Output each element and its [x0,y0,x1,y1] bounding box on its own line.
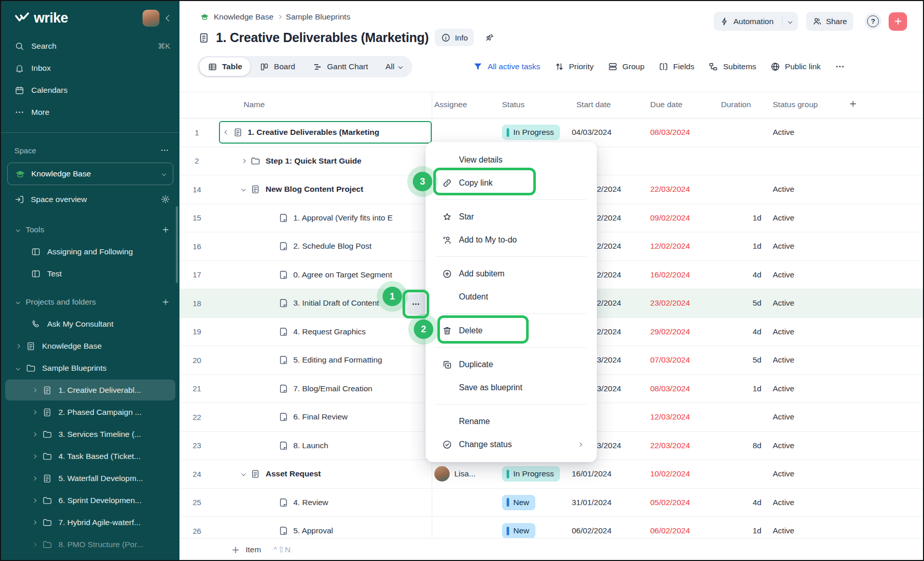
sidebar-item-3-services-timeline[interactable]: 3. Services Timeline (... [1,423,179,445]
due-date-cell[interactable]: 07/03/2024 [650,346,690,374]
sidebar-item-assigning-and-following[interactable]: Assigning and Following [1,241,179,263]
start-date-cell-partial[interactable]: 2/2024 [597,175,621,204]
menu-item-delete[interactable]: Delete [426,319,597,342]
column-header-status[interactable]: Status [502,100,525,109]
toolbar-subitems[interactable]: Subitems [708,62,756,72]
column-header-due-date[interactable]: Due date [650,100,682,109]
task-name-cell[interactable]: 8. Launch [212,432,432,460]
column-header-assignee[interactable]: Assignee [434,100,467,109]
chevron-down-icon[interactable] [242,187,246,191]
status-group-cell[interactable]: Active [773,175,794,204]
sidebar-item-sample-blueprints[interactable]: Sample Blueprints [1,357,179,379]
menu-item-save-as-blueprint[interactable]: Save as blueprint [426,376,597,399]
task-name-cell[interactable]: 1. Creative Deliverables (Marketing [212,118,432,147]
sidebar-item-4-task-based-ticket[interactable]: 4. Task Based (Ticket... [1,445,179,467]
row-actions-button[interactable] [407,294,425,314]
sidebar-item-knowledge-base[interactable]: Knowledge Base [1,335,179,357]
due-date-cell[interactable]: 16/02/2024 [650,261,690,289]
sidebar-item-1-creative-deliverabl[interactable]: 1. Creative Deliverabl... [1,379,179,401]
menu-item-star[interactable]: Star [426,205,597,228]
status-group-cell[interactable]: Active [773,261,794,289]
help-button[interactable]: ? [865,13,881,30]
column-header-start-date[interactable]: Start date [576,100,611,109]
task-name-cell[interactable]: Asset Request [212,460,432,488]
chevron-down-icon[interactable] [242,472,246,476]
menu-item-outdent[interactable]: Outdent [426,285,597,308]
duration-cell[interactable]: 4d [729,261,761,289]
sidebar-item-search[interactable]: Search⌘K [1,35,179,57]
space-more-icon[interactable] [160,146,169,155]
due-date-cell[interactable]: 12/02/2024 [650,232,690,261]
sidebar-section-tools[interactable]: Tools [1,218,179,241]
toolbar-public-link[interactable]: Public link [770,62,821,72]
plus-icon[interactable] [161,225,170,234]
toolbar-priority[interactable]: Priority [554,62,594,72]
status-group-cell[interactable]: Active [773,432,794,460]
table-row-25[interactable]: 254. ReviewNew31/01/202405/02/20244dActi… [179,489,923,517]
sidebar-item-space-overview[interactable]: Space overview [1,188,179,210]
automation-button[interactable]: Automation [714,12,797,31]
breadcrumb-knowledge-base[interactable]: Knowledge Base [214,12,273,22]
sidebar-collapse-button[interactable] [167,16,171,21]
menu-item-add-subitem[interactable]: Add subitem [426,262,597,285]
plus-icon[interactable] [231,545,240,555]
due-date-cell[interactable]: 08/03/2024 [650,118,690,147]
sidebar-item-calendars[interactable]: Calendars [1,79,179,101]
status-group-cell[interactable]: Active [773,489,794,517]
task-name-cell[interactable]: 0. Agree on Target Segment [212,261,432,289]
menu-item-rename[interactable]: Rename [426,410,597,433]
start-date-cell-partial[interactable]: 2/2024 [597,204,621,232]
breadcrumb-sample-blueprints[interactable]: Sample Blueprints [286,12,350,22]
due-date-cell[interactable]: 22/03/2024 [650,432,690,460]
due-date-cell[interactable]: 12/03/2024 [650,403,690,431]
chevron-right-icon[interactable] [242,159,246,163]
task-name-cell[interactable]: 6. Final Review [212,403,432,431]
toolbar-more-button[interactable] [835,62,845,72]
sidebar-item-ask-my-consultant[interactable]: Ask My Consultant [1,313,179,335]
start-date-cell-partial[interactable]: 2/2024 [597,289,621,317]
info-button[interactable]: Info [435,29,474,46]
user-avatar[interactable] [143,10,159,27]
start-date-cell[interactable]: 16/01/2024 [572,460,628,488]
status-group-cell[interactable]: Active [773,375,794,403]
start-date-cell-partial[interactable]: 3/2024 [597,346,621,374]
status-group-cell[interactable]: Active [773,460,794,488]
toolbar-fields[interactable]: Fields [658,62,694,72]
column-header-status-group[interactable]: Status group [773,100,818,109]
start-date-cell-partial[interactable]: 2/2024 [597,318,621,346]
sidebar-item-6-sprint-developmen[interactable]: 6. Sprint Developmen... [1,489,179,511]
sidebar-scrollbar[interactable] [176,206,178,283]
menu-item-view-details[interactable]: View details [426,148,597,171]
add-column-button[interactable] [848,99,858,109]
selected-cell[interactable]: 1. Creative Deliverables (Marketing [219,121,432,144]
start-date-cell-partial[interactable]: 3/2024 [597,432,621,460]
duration-cell[interactable]: 8d [729,432,761,460]
toolbar-all-active-tasks[interactable]: All active tasks [473,62,540,72]
start-date-cell-partial[interactable]: 3/2024 [597,375,621,403]
due-date-cell[interactable]: 29/02/2024 [650,318,690,346]
start-date-cell-partial[interactable]: 2/2024 [597,232,621,261]
status-cell[interactable]: New [502,489,535,517]
chevron-left-icon[interactable] [225,130,229,134]
task-name-cell[interactable]: 5. Editing and Formatting [212,346,432,374]
chevron-down-icon[interactable] [788,19,792,23]
sidebar-item-test[interactable]: Test [1,263,179,285]
due-date-cell[interactable]: 10/02/2024 [650,460,690,488]
view-tab-gantt-chart[interactable]: Gantt Chart [305,57,376,76]
task-name-cell[interactable]: 1. Approval (Verify fits into E [212,204,432,232]
status-group-cell[interactable]: Active [773,204,794,232]
sidebar-item-5-waterfall-developm[interactable]: 5. Waterfall Developm... [1,467,179,489]
create-new-button[interactable] [889,12,907,31]
task-name-cell[interactable]: 2. Schedule Blog Post [212,232,432,261]
duration-cell[interactable]: 4d [729,489,761,517]
menu-item-change-status[interactable]: Change status [426,433,597,456]
duration-cell[interactable]: 5d [729,289,761,317]
due-date-cell[interactable]: 05/02/2024 [650,489,690,517]
duration-cell[interactable]: 1d [729,375,761,403]
wrike-logo[interactable]: wrike [14,10,68,26]
plus-icon[interactable] [161,297,170,307]
due-date-cell[interactable]: 09/02/2024 [650,204,690,232]
status-group-cell[interactable]: Active [773,403,794,431]
duration-cell[interactable]: 4d [729,318,761,346]
task-name-cell[interactable]: 7. Blog/Email Creation [212,375,432,403]
